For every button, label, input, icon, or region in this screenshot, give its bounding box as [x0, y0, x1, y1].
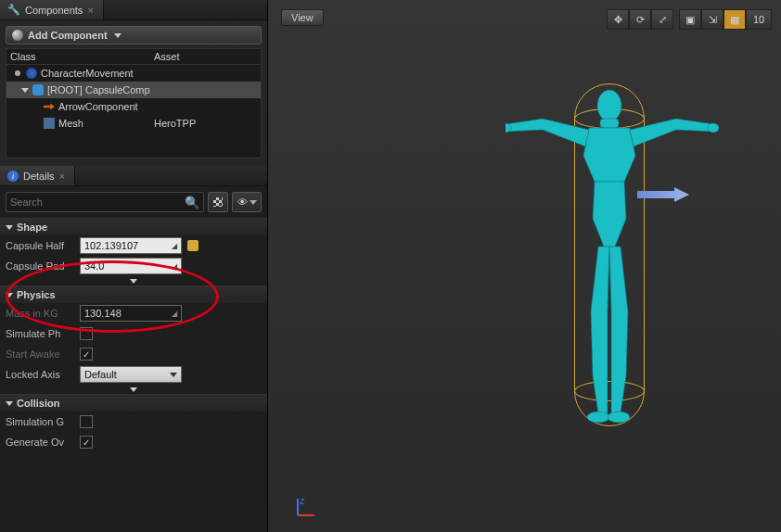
spinner-icon[interactable]: ◢: [172, 262, 177, 271]
viewport-toolbar: ✥ ⟳ ⤢ ▣ ⇲ ▦ 10: [607, 9, 772, 30]
capsule-half-input[interactable]: 102.139107 ◢: [80, 237, 182, 254]
components-tab-bar: 🔧 Components ×: [0, 0, 267, 20]
tree-row-mesh[interactable]: Mesh HeroTPP: [6, 115, 261, 132]
mass-input[interactable]: 130.148 ◢: [80, 305, 182, 322]
generate-overlap-checkbox[interactable]: ✓: [80, 436, 93, 449]
arrow-icon: [44, 101, 55, 112]
capsule-radius-input[interactable]: 34.0 ◢: [80, 258, 182, 274]
tree-row-arrowcomponent[interactable]: ArrowComponent: [6, 98, 261, 115]
chevron-down-icon: [170, 373, 177, 377]
info-icon: i: [7, 171, 19, 182]
snap-value: 10: [753, 14, 764, 25]
move-icon: ✥: [614, 14, 622, 26]
close-icon[interactable]: ×: [59, 171, 65, 182]
details-tab-bar: i Details ×: [0, 166, 267, 186]
locked-axis-select[interactable]: Default: [80, 366, 182, 383]
translate-tool-button[interactable]: ✥: [607, 9, 629, 30]
snap-surface-button[interactable]: ▣: [679, 9, 701, 30]
bullet-icon: [15, 70, 20, 76]
spinner-icon[interactable]: ◢: [172, 310, 177, 318]
details-tab[interactable]: i Details ×: [0, 166, 75, 185]
rotate-tool-button[interactable]: ⟳: [629, 9, 651, 30]
mass-value: 130.148: [84, 308, 122, 319]
tree-label: Mesh: [58, 118, 154, 129]
snap-value-button[interactable]: 10: [746, 9, 772, 30]
expand-bar[interactable]: [0, 276, 267, 285]
class-column: Class: [10, 51, 154, 62]
svg-text:z: z: [300, 497, 305, 506]
tree-row-root-capsule[interactable]: [ROOT] CapsuleComp: [6, 82, 261, 98]
chevron-down-icon: [250, 200, 257, 205]
start-awake-checkbox[interactable]: ✓: [80, 348, 93, 361]
tree-label: ArrowComponent: [58, 101, 138, 112]
tree-asset-label: HeroTPP: [154, 118, 196, 129]
scale-tool-button[interactable]: ⤢: [651, 9, 673, 30]
details-tab-label: Details: [23, 171, 55, 182]
capsule-icon: [32, 84, 44, 95]
capsule-collision-wire: [574, 83, 645, 426]
chevron-down-icon: [130, 279, 137, 284]
simulate-physics-checkbox[interactable]: [80, 327, 93, 340]
asset-column: Asset: [154, 51, 180, 62]
expand-icon[interactable]: [21, 88, 29, 93]
expand-bar[interactable]: [0, 385, 267, 394]
tree-row-charactermovement[interactable]: CharacterMovement: [6, 65, 261, 82]
svg-point-3: [708, 123, 719, 133]
view-label: View: [291, 12, 314, 23]
axis-gizmo: z: [294, 497, 316, 519]
search-icon[interactable]: 🔍: [185, 196, 199, 209]
mass-label: Mass in KG: [6, 308, 76, 319]
scale-icon: ⤢: [659, 14, 667, 26]
chevron-down-icon: [114, 33, 122, 38]
search-input[interactable]: [10, 196, 185, 208]
components-tab-label: Components: [25, 5, 83, 16]
snap-align-button[interactable]: ⇲: [701, 9, 723, 30]
shape-section-header[interactable]: Shape: [0, 219, 267, 235]
simulate-physics-label: Simulate Ph: [6, 328, 76, 339]
collision-section-label: Collision: [17, 398, 59, 409]
capsule-half-label: Capsule Half: [6, 240, 76, 251]
svg-marker-6: [637, 187, 689, 202]
tree-header: Class Asset: [6, 49, 261, 65]
close-icon[interactable]: ×: [87, 5, 93, 16]
collapse-icon: [6, 293, 13, 298]
spinner-icon[interactable]: ◢: [172, 242, 177, 250]
collapse-icon: [6, 401, 13, 406]
collision-section-header[interactable]: Collision: [0, 395, 267, 412]
physics-section-label: Physics: [17, 289, 56, 300]
view-menu-button[interactable]: View: [281, 9, 324, 26]
grid-view-button[interactable]: [208, 192, 228, 212]
add-component-label: Add Component: [28, 30, 108, 41]
component-tree: Class Asset CharacterMovement [ROOT] Cap…: [6, 48, 262, 158]
locked-axis-value: Default: [84, 369, 117, 380]
tree-label: [ROOT] CapsuleComp: [47, 84, 150, 95]
component-icon: [26, 68, 37, 79]
collapse-icon: [6, 225, 13, 230]
grid-icon: [213, 197, 223, 207]
cylinder-icon: ▣: [685, 14, 695, 26]
capsule-radius-label: Capsule Rad: [6, 260, 76, 272]
viewport[interactable]: View ✥ ⟳ ⤢ ▣ ⇲ ▦ 10: [268, 0, 781, 532]
physics-section-header[interactable]: Physics: [0, 286, 267, 303]
svg-point-2: [506, 123, 511, 133]
align-icon: ⇲: [709, 14, 717, 26]
eye-icon: 👁: [237, 196, 248, 208]
start-awake-label: Start Awake: [6, 348, 76, 360]
wrench-icon: 🔧: [7, 4, 20, 16]
locked-axis-label: Locked Axis: [6, 369, 76, 380]
sphere-icon: [12, 30, 23, 41]
reset-icon[interactable]: [187, 240, 198, 251]
grid-icon: ▦: [730, 14, 739, 26]
chevron-down-icon: [130, 387, 137, 392]
components-tab[interactable]: 🔧 Components ×: [0, 0, 104, 19]
rotate-icon: ⟳: [636, 14, 645, 26]
add-component-button[interactable]: Add Component: [6, 26, 262, 44]
capsule-half-value: 102.139107: [84, 240, 138, 251]
mesh-icon: [44, 118, 55, 129]
search-input-container: 🔍: [6, 192, 204, 212]
simulation-gen-checkbox[interactable]: [80, 415, 93, 428]
visibility-button[interactable]: 👁: [232, 192, 262, 212]
snap-grid-button[interactable]: ▦: [723, 9, 746, 30]
tree-label: CharacterMovement: [41, 68, 134, 79]
shape-section-label: Shape: [17, 222, 47, 233]
